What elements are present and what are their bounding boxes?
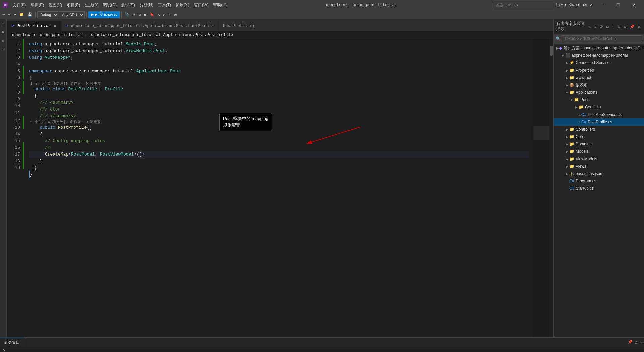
run-button[interactable]: ▶ ▶ IIS Express (88, 11, 120, 18)
code-line-19[interactable]: } (29, 171, 529, 178)
se-pin-btn[interactable]: 📌 (629, 24, 636, 30)
breadcrumb-class[interactable]: aspnetcore_automapper_tutorial.Applicati… (88, 33, 233, 37)
bottom-panel-pin[interactable]: 📌 (626, 338, 634, 346)
account-icon[interactable]: DW (583, 3, 587, 7)
tree-domains[interactable]: ▶ 📁 Domains (554, 140, 644, 148)
toolbar-redo[interactable]: ↪ (12, 12, 17, 17)
se-filter-btn[interactable]: ⊟ (593, 24, 597, 30)
solution-tree[interactable]: ▶ ◆ 解决方案'aspnetcore-automapper-tutorial'… (554, 44, 644, 337)
settings-button[interactable]: ⚙ (590, 3, 592, 7)
code-line-1[interactable]: using aspnetcore_automapper_tutorial.Mod… (29, 41, 529, 48)
class-view-icon[interactable]: ◈ (1, 37, 5, 44)
toolbar-codelens1[interactable]: ◻ (137, 12, 142, 17)
code-line-8[interactable]: { (29, 93, 529, 99)
code-line-7[interactable]: public class PostProfile : Profile (29, 86, 529, 93)
code-line-4[interactable] (29, 61, 529, 68)
solution-search-input[interactable] (562, 35, 642, 42)
code-line-17[interactable]: } (29, 158, 529, 165)
toolbar-save[interactable]: 💾 (26, 12, 34, 17)
tree-models[interactable]: ▶ 📁 Models (554, 148, 644, 155)
menu-analyze[interactable]: 分析(N) (138, 2, 155, 9)
menu-view[interactable]: 视图(V) (47, 2, 64, 9)
tree-viewmodels[interactable]: ▶ 📁 ViewModels (554, 155, 644, 163)
code-line-10[interactable]: /// ctor (29, 106, 529, 113)
toolbar-open[interactable]: 📁 (18, 12, 25, 17)
tab-applications-post[interactable]: ⊡ aspnetcore_automapper_tutorial.Applica… (62, 21, 219, 31)
code-line-16[interactable]: CreateMap < PostModel , PostViewModel >(… (29, 151, 529, 158)
toolbar-nav1[interactable]: ◁ (156, 12, 161, 17)
toolbar-perf[interactable]: ⚡ (131, 12, 137, 17)
tab-postprofile-method[interactable]: PostProfile() (219, 21, 259, 31)
tree-wwwroot[interactable]: ▶ 📁 wwwroot (554, 74, 644, 81)
tree-contacts[interactable]: ▶ 📁 Contacts (554, 103, 644, 111)
breadcrumb-project[interactable]: aspnetcore-automapper-tutorial (11, 33, 83, 37)
se-collapse-btn[interactable]: ⊟ (605, 24, 610, 30)
debug-mode-select[interactable]: Debug (37, 11, 58, 18)
menu-window[interactable]: 窗口(W) (192, 2, 210, 9)
code-line-3[interactable]: using AutoMapper; (29, 54, 529, 61)
se-sync-btn[interactable]: ⇅ (587, 24, 591, 30)
toolbar-codelens2[interactable]: ◼ (143, 12, 148, 17)
code-line-2[interactable]: using aspnetcore_automapper_tutorial.Vie… (29, 48, 529, 54)
menu-test[interactable]: 测试(S) (119, 2, 137, 9)
bottom-content[interactable]: > (0, 347, 644, 352)
code-content[interactable]: Post 模块中的 mapping 规则配置 using aspnetcore_ (25, 39, 533, 337)
code-line-5[interactable]: namespace aspnetcore_automapper_tutorial… (29, 68, 529, 75)
toolbar-nav2[interactable]: ▷ (162, 12, 167, 17)
project-root[interactable]: ▼ ⬛ aspnetcore-automapper-tutorial (554, 52, 644, 59)
se-new-file-btn[interactable]: + (611, 24, 615, 30)
tree-applications[interactable]: ▼ 📁 Applications (554, 89, 644, 96)
bottom-panel-close[interactable]: ✕ (639, 338, 644, 346)
team-explorer-icon[interactable]: ⚑ (1, 29, 5, 36)
menu-extensions[interactable]: 扩展(X) (174, 2, 191, 9)
code-line-15[interactable]: // (29, 144, 529, 151)
code-line-13[interactable]: { (29, 131, 529, 138)
toolbar-nav4[interactable]: ▣ (173, 12, 178, 17)
toolbar-nav3[interactable]: ◫ (167, 12, 172, 17)
code-line-18[interactable]: } (29, 165, 529, 171)
menu-edit[interactable]: 编辑(E) (29, 2, 46, 9)
se-show-all-btn[interactable]: ⊞ (617, 24, 621, 30)
menu-debug[interactable]: 调试(D) (101, 2, 119, 9)
toolbar-undo[interactable]: ↩ (7, 12, 12, 17)
menu-file[interactable]: 文件(F) (11, 2, 28, 9)
menu-help[interactable]: 帮助(H) (211, 2, 229, 9)
tree-program[interactable]: ▶ C# Program.cs (554, 177, 644, 185)
minimize-button[interactable]: ─ (595, 0, 610, 10)
tree-controllers[interactable]: ▶ 📁 Controllers (554, 126, 644, 133)
maximize-button[interactable]: □ (610, 0, 626, 10)
se-refresh-btn[interactable]: ⟳ (599, 24, 604, 30)
tree-dependencies[interactable]: ▶ 📦 依赖项 (554, 81, 644, 89)
se-close-btn[interactable]: ✕ (637, 24, 641, 30)
tree-startup[interactable]: ▶ C# Startup.cs (554, 185, 644, 192)
toolbar-attach[interactable]: 📎 (123, 12, 131, 17)
resource-view-icon[interactable]: ⊞ (1, 46, 5, 53)
tree-postappservice[interactable]: ▶ + C# PostAppService.cs (554, 111, 644, 118)
toolbar-bookmark[interactable]: 🔖 (148, 12, 156, 17)
toolbar-back[interactable]: ⟵ (1, 12, 6, 17)
search-input[interactable] (493, 2, 553, 8)
code-line-14[interactable]: // Config mapping rules (29, 138, 529, 144)
menu-build[interactable]: 生成(B) (83, 2, 100, 9)
solution-root[interactable]: ▶ ◆ 解决方案'aspnetcore-automapper-tutorial'… (554, 44, 644, 52)
tree-appsettings[interactable]: ▶ {} appsettings.json (554, 170, 644, 177)
tree-post[interactable]: ▼ 📁 Post (554, 96, 644, 103)
bottom-panel-expand[interactable]: △ (634, 338, 639, 346)
code-line-9[interactable]: /// <summary> (29, 99, 529, 106)
close-button[interactable]: ✕ (626, 0, 641, 10)
tree-connected-services[interactable]: ▶ ⚡ Connected Services (554, 59, 644, 67)
tree-properties[interactable]: ▶ 📁 Properties (554, 67, 644, 74)
minimap[interactable] (533, 39, 549, 337)
scrollbar-vertical[interactable] (549, 39, 553, 337)
tab-close-postprofile[interactable]: ✕ (53, 24, 57, 28)
code-line-12[interactable]: public PostProfile () (29, 124, 529, 131)
tab-postprofile[interactable]: C# PostProfile.cs ✕ (7, 21, 62, 31)
menu-tools[interactable]: 工具(T) (156, 2, 173, 9)
solution-explorer-icon[interactable]: ≡ (1, 21, 5, 28)
tree-views[interactable]: ▶ 📁 Views (554, 163, 644, 170)
scrollbar-thumb[interactable] (550, 46, 553, 56)
tree-core[interactable]: ▶ 📁 Core (554, 133, 644, 140)
tree-postprofile[interactable]: ▶ + C# PostProfile.cs (554, 118, 644, 126)
bottom-tab-cmd[interactable]: 命令窗口 (0, 338, 24, 347)
code-line-6[interactable]: { (29, 75, 529, 81)
